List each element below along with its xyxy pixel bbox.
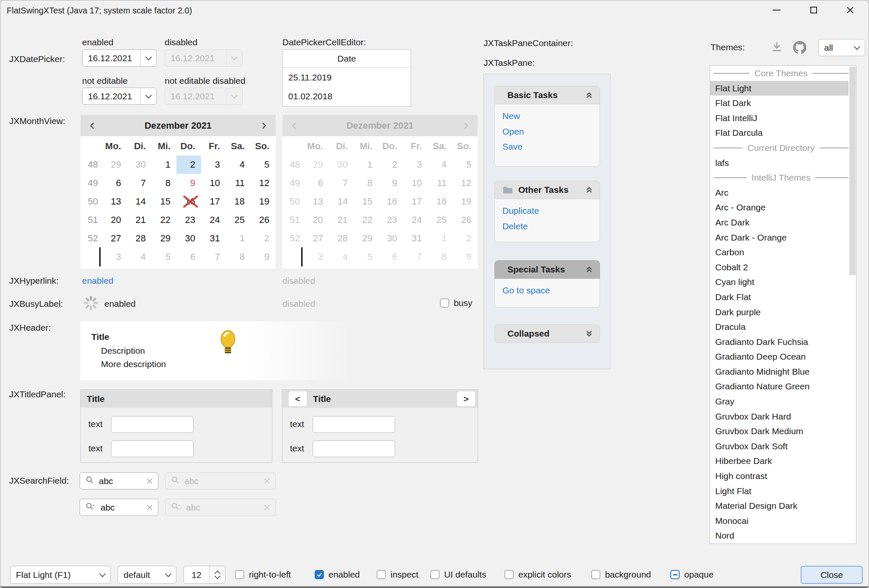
calendar-day[interactable]: 17 [201,192,226,211]
lookandfeel-combo[interactable]: Flat Light (F1) [10,566,111,584]
calendar-day[interactable]: 2 [176,155,201,174]
calendar-day[interactable]: 4 [226,155,251,174]
text-input[interactable] [313,416,395,433]
calendar-day[interactable]: 19 [251,192,275,211]
celleditor-table[interactable]: Date 25.11.2019 01.02.2018 [282,49,411,106]
calendar-day[interactable]: 1 [226,229,251,248]
calendar-day[interactable]: 2 [251,229,275,248]
calendar-day[interactable]: 3 [102,248,127,266]
calendar-day[interactable]: 9 [251,248,275,266]
theme-list-item[interactable]: Nord [710,528,848,543]
theme-list-item[interactable]: Carbon [710,245,848,260]
collapse-chevron-icon[interactable] [585,265,594,274]
calendar-day[interactable]: 4 [127,248,152,266]
theme-list-item[interactable]: Cobalt 2 [710,260,848,275]
calendar-day[interactable]: 12 [251,174,275,192]
calendar-day[interactable]: 30 [176,229,201,248]
taskpane-link[interactable]: Save [502,139,600,155]
calendar-day[interactable]: 11 [226,174,251,192]
theme-list-item[interactable]: Arc Dark - Orange [710,230,848,245]
taskpane-link[interactable]: Delete [502,219,600,234]
calendar-day[interactable]: 8 [226,248,251,266]
collapse-chevron-icon[interactable] [585,91,594,100]
style-combo[interactable]: default [118,566,176,584]
taskpane-link[interactable]: New [502,109,600,124]
download-icon[interactable] [771,41,783,53]
theme-list-item[interactable]: Gradianto Nature Green [710,379,848,394]
theme-list-item[interactable]: Flat IntelliJ [710,111,848,126]
datepicker-noteditable[interactable]: 16.12.2021 [82,88,157,105]
calendar-day[interactable]: 6 [102,174,127,192]
calendar-day[interactable]: 27 [102,229,127,248]
calendar-day[interactable]: 30 [127,155,152,174]
titledpanel-right-arrow-button[interactable]: > [457,391,476,407]
themes-list[interactable]: Core ThemesFlat LightFlat DarkFlat Intel… [710,65,856,544]
theme-list-item[interactable]: Flat Light [710,81,848,96]
calendar-day[interactable]: 1 [152,155,176,174]
calendar-day[interactable]: 10 [201,174,226,192]
theme-list-item[interactable]: Gray [710,394,848,409]
text-input[interactable] [111,440,194,457]
theme-list-item[interactable]: lafs [710,155,848,171]
datepicker-value[interactable]: 16.12.2021 [83,53,140,63]
table-row[interactable]: 25.11.2019 [283,68,411,87]
calendar-day[interactable]: 29 [102,155,127,174]
calendar-day[interactable]: 5 [152,248,176,266]
theme-list-item[interactable]: Hiberbee Dark [710,453,848,469]
inspect-checkbox[interactable]: inspect [377,569,419,580]
hyperlink-enabled[interactable]: enabled [82,276,114,286]
background-checkbox[interactable]: background [591,569,651,580]
taskpane-link[interactable]: Open [502,124,600,140]
scrollbar-thumb[interactable] [849,67,856,275]
theme-list-item[interactable]: Arc [710,185,848,200]
calendar-day[interactable]: 3 [201,155,226,174]
enabled-checkbox[interactable]: enabled [315,569,360,580]
theme-list-item[interactable]: Gruvbox Dark Hard [710,409,848,424]
clear-icon[interactable] [146,478,153,484]
calendar-day[interactable]: 15 [152,192,176,211]
theme-list-item[interactable]: Gruvbox Dark Soft [710,439,848,454]
calendar-day[interactable]: 9 [176,174,201,192]
datepicker-dropdown-button[interactable] [140,50,156,66]
calendar-day[interactable]: 28 [127,229,152,248]
calendar-day[interactable]: 31 [201,229,226,248]
theme-list-item[interactable]: Flat Darcula [710,125,848,140]
taskpane-header[interactable]: Other Tasks [494,181,600,199]
calendar-day[interactable]: 26 [251,211,275,229]
theme-list-item[interactable]: Monocai [710,513,848,528]
theme-list-item[interactable]: Dark purple [710,305,848,320]
minimize-button[interactable] [763,0,790,20]
calendar-day[interactable]: 29 [152,229,176,248]
calendar-day[interactable]: 7 [201,248,226,266]
calendar-day[interactable]: 13 [102,192,127,211]
searchfield-enabled[interactable]: abc [80,472,158,490]
maximize-button[interactable] [800,0,827,20]
taskpane-header[interactable]: Basic Tasks [494,86,600,104]
text-input[interactable] [313,440,395,457]
font-size-spinner[interactable]: 12 [184,566,225,584]
monthview-grid[interactable]: Mo.Di.Mi.Do.Fr.Sa.So.4829301234549678910… [80,136,276,269]
ui-defaults-checkbox[interactable]: UI defaults [430,569,486,580]
calendar-day[interactable]: 5 [251,155,275,174]
explicit-colors-checkbox[interactable]: explicit colors [504,569,571,580]
close-button[interactable]: Close [801,566,863,584]
calendar-day[interactable]: 25 [226,211,251,229]
theme-list-item[interactable]: Gradianto Midnight Blue [710,364,848,379]
taskpane-header[interactable]: Collapsed [494,324,600,343]
theme-list-item[interactable]: Light Flat [710,484,848,499]
theme-list-item[interactable]: Cyan light [710,275,848,290]
text-input[interactable] [111,416,194,433]
close-window-button[interactable] [837,0,864,20]
search-value[interactable]: abc [101,503,142,513]
theme-list-item[interactable]: Dracula [710,319,848,334]
taskpane-link[interactable]: Go to space [502,283,600,298]
calendar-day[interactable]: 24 [201,211,226,229]
prev-month-icon[interactable] [80,121,105,130]
theme-list-item[interactable]: High contrast [710,469,848,484]
spinner-value[interactable]: 12 [184,570,209,580]
calendar-day[interactable]: 16 [176,192,201,211]
calendar-day[interactable]: 20 [102,211,127,229]
search-value[interactable]: abc [99,476,142,486]
spinner-buttons[interactable] [209,566,225,583]
taskpane-header[interactable]: Special Tasks [494,260,600,279]
